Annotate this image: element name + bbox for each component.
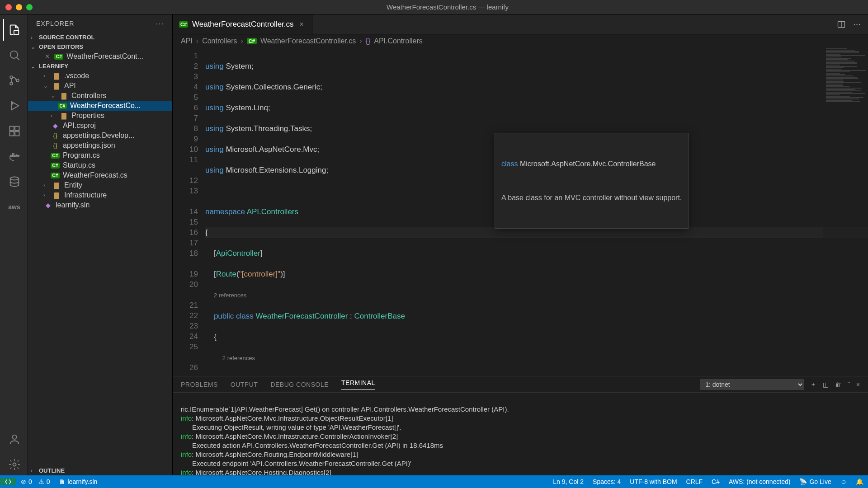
explorer-icon[interactable] xyxy=(3,19,25,41)
terminal-selector[interactable]: 1: dotnet xyxy=(700,379,804,390)
editor-tab-active[interactable]: C# WeatherForecastController.cs × xyxy=(173,14,312,34)
tree-controllers-folder[interactable]: ⌄▇Controllers xyxy=(28,91,172,101)
section-workspace[interactable]: ⌄LEARNIFY xyxy=(28,61,172,71)
tree-weatherforecast-controller-file[interactable]: C#WeatherForecastCo... xyxy=(28,101,172,111)
sln-file-icon: ◆ xyxy=(43,202,52,209)
breadcrumb-item[interactable]: API.Controllers xyxy=(374,37,423,45)
split-terminal-icon[interactable]: ◫ xyxy=(823,381,829,388)
open-editor-label: WeatherForecastCont... xyxy=(66,52,143,61)
folder-icon: ▇ xyxy=(52,82,61,89)
new-terminal-icon[interactable]: ＋ xyxy=(810,380,816,389)
extensions-icon[interactable] xyxy=(3,120,25,142)
close-panel-icon[interactable]: × xyxy=(856,381,860,388)
close-window-button[interactable] xyxy=(5,4,12,10)
remote-indicator[interactable] xyxy=(0,478,16,485)
minimap[interactable] xyxy=(823,48,868,376)
breadcrumb[interactable]: API› Controllers› C# WeatherForecastCont… xyxy=(173,34,868,48)
status-cursor-position[interactable]: Ln 9, Col 2 xyxy=(548,478,588,485)
svg-rect-12 xyxy=(12,153,14,155)
title-bar: WeatherForecastController.cs — learnify xyxy=(0,0,868,14)
main-layout: aws EXPLORER ⋯ ›SOURCE CONTROL ⌄OPEN EDI… xyxy=(0,14,868,475)
tree-vscode-folder[interactable]: ›▇.vscode xyxy=(28,71,172,81)
editor-area: C# WeatherForecastController.cs × ⋯ API›… xyxy=(173,14,868,475)
code-editor[interactable]: 1234567891011 1213 1415161718 1920 21222… xyxy=(173,48,868,376)
open-editor-item[interactable]: × C# WeatherForecastCont... xyxy=(28,52,172,61)
kill-terminal-icon[interactable]: 🗑 xyxy=(835,381,841,388)
minimize-window-button[interactable] xyxy=(16,4,22,10)
csharp-file-icon: C# xyxy=(51,173,60,178)
status-eol[interactable]: CRLF xyxy=(682,478,708,485)
breadcrumb-item[interactable]: WeatherForecastController.cs xyxy=(260,37,356,45)
svg-rect-7 xyxy=(15,131,19,136)
csharp-file-icon: C# xyxy=(54,54,63,60)
search-icon[interactable] xyxy=(3,44,25,66)
tree-entity-folder[interactable]: ›▇Entity xyxy=(28,180,172,190)
database-icon[interactable] xyxy=(3,171,25,192)
csharp-file-icon: C# xyxy=(51,163,60,169)
split-editor-icon[interactable] xyxy=(837,20,846,29)
run-debug-icon[interactable] xyxy=(3,95,25,117)
panel-tab-debug-console[interactable]: DEBUG CONSOLE xyxy=(270,381,329,388)
status-go-live[interactable]: 📡Go Live xyxy=(795,478,835,485)
docker-icon[interactable] xyxy=(3,145,25,167)
tree-sln-file[interactable]: ◆learnify.sln xyxy=(28,200,172,210)
tree-infrastructure-folder[interactable]: ›▇Infrastructure xyxy=(28,190,172,200)
panel-tab-problems[interactable]: PROBLEMS xyxy=(181,381,218,388)
tree-program-file[interactable]: C#Program.cs xyxy=(28,150,172,160)
aws-icon[interactable]: aws xyxy=(3,196,25,218)
close-tab-icon[interactable]: × xyxy=(298,20,306,28)
maximize-panel-icon[interactable]: ˆ xyxy=(848,381,850,388)
status-bar: ⊘0 ⚠0 🗎learnify.sln Ln 9, Col 2 Spaces: … xyxy=(0,475,868,488)
tree-csproj-file[interactable]: ◆API.csproj xyxy=(28,121,172,131)
breadcrumb-item[interactable]: API xyxy=(181,37,193,45)
breadcrumb-item[interactable]: Controllers xyxy=(202,37,237,45)
close-editor-icon[interactable]: × xyxy=(43,52,51,61)
panel-tab-output[interactable]: OUTPUT xyxy=(231,381,258,388)
status-indent[interactable]: Spaces: 4 xyxy=(588,478,625,485)
status-sln[interactable]: 🗎learnify.sln xyxy=(54,478,102,485)
window-controls xyxy=(5,4,33,10)
hover-tooltip: class Microsoft.AspNetCore.Mvc.Controlle… xyxy=(495,133,689,229)
maximize-window-button[interactable] xyxy=(26,4,33,10)
tree-appsettings-dev-file[interactable]: {}appsettings.Develop... xyxy=(28,131,172,141)
section-outline[interactable]: ›OUTLINE xyxy=(28,466,172,475)
tree-appsettings-file[interactable]: {}appsettings.json xyxy=(28,141,172,150)
status-aws[interactable]: AWS: (not connected) xyxy=(724,478,795,485)
svg-point-13 xyxy=(10,177,19,180)
svg-rect-6 xyxy=(9,131,14,136)
section-open-editors[interactable]: ⌄OPEN EDITORS xyxy=(28,42,172,52)
folder-icon: ▇ xyxy=(59,112,68,119)
json-file-icon: {} xyxy=(51,142,60,149)
code-content[interactable]: using System; using System.Collections.G… xyxy=(205,48,868,376)
tab-label: WeatherForecastController.cs xyxy=(192,20,294,29)
csharp-file-icon: C# xyxy=(58,103,67,109)
svg-point-2 xyxy=(10,82,13,85)
tree-startup-file[interactable]: C#Startup.cs xyxy=(28,160,172,170)
tree-weatherforecast-file[interactable]: C#WeatherForecast.cs xyxy=(28,170,172,180)
explorer-header: EXPLORER ⋯ xyxy=(28,14,172,33)
folder-icon: ▇ xyxy=(52,192,61,199)
status-language[interactable]: C# xyxy=(707,478,724,485)
svg-point-3 xyxy=(16,79,19,82)
namespace-icon: {} xyxy=(366,37,371,45)
terminal-output[interactable]: ric.IEnumerable`1[API.WeatherForecast] G… xyxy=(173,393,868,475)
panel-tab-terminal[interactable]: TERMINAL xyxy=(341,379,375,389)
svg-point-1 xyxy=(10,76,13,79)
section-source-control[interactable]: ›SOURCE CONTROL xyxy=(28,33,172,42)
csharp-file-icon: C# xyxy=(179,21,188,28)
bottom-panel: PROBLEMS OUTPUT DEBUG CONSOLE TERMINAL 1… xyxy=(173,376,868,475)
status-bell-icon[interactable]: 🔔 xyxy=(851,478,868,485)
more-actions-icon[interactable]: ⋯ xyxy=(853,19,861,29)
tree-api-folder[interactable]: ⌄▇API xyxy=(28,81,172,91)
tree-properties-folder[interactable]: ›▇Properties xyxy=(28,111,172,121)
status-feedback-icon[interactable]: ☺ xyxy=(836,478,851,485)
status-encoding[interactable]: UTF-8 with BOM xyxy=(625,478,681,485)
explorer-more-icon[interactable]: ⋯ xyxy=(156,19,164,28)
svg-rect-5 xyxy=(9,127,14,131)
status-errors[interactable]: ⊘0 ⚠0 xyxy=(16,478,54,485)
source-control-icon[interactable] xyxy=(3,70,25,91)
codelens-references[interactable]: 2 references xyxy=(214,292,246,299)
codelens-references[interactable]: 2 references xyxy=(222,355,255,361)
settings-gear-icon[interactable] xyxy=(3,454,25,475)
account-icon[interactable] xyxy=(3,428,25,450)
